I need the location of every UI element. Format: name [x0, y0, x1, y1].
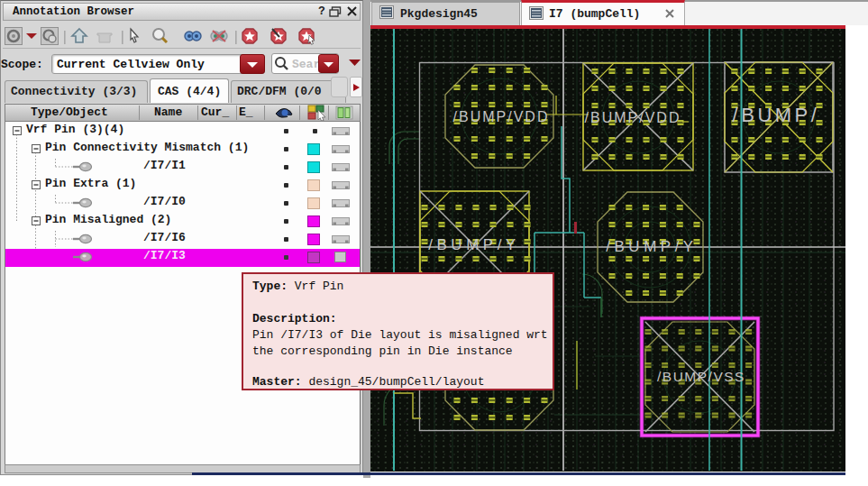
- svg-text:/BUMP/VSS: /BUMP/VSS: [657, 369, 745, 384]
- svg-text:/BUMP/Y: /BUMP/Y: [428, 236, 519, 253]
- svg-text:/BUMP/VDD: /BUMP/VDD: [453, 109, 550, 124]
- svg-text:/BUMP/Y: /BUMP/Y: [606, 238, 697, 255]
- svg-text:/BUMP/: /BUMP/: [733, 104, 820, 126]
- svg-text:/BUMP/VDD: /BUMP/VDD: [585, 110, 681, 125]
